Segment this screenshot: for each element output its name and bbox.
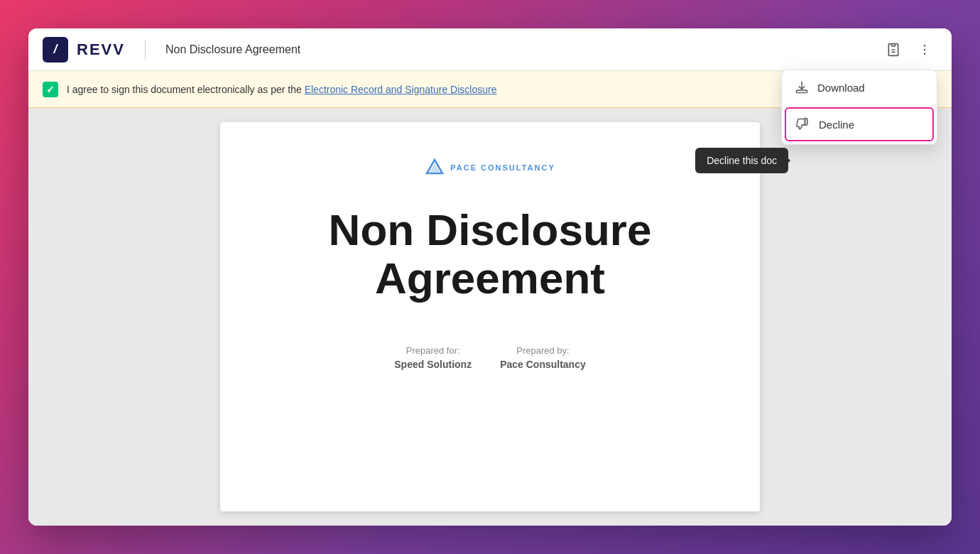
prepared-by-label: Prepared by:	[516, 345, 569, 356]
more-dots-icon	[918, 43, 932, 57]
company-logo-area: PACE CONSULTANCY	[425, 158, 555, 178]
clipboard-icon	[886, 43, 900, 57]
consent-text: I agree to sign this document electronic…	[67, 84, 496, 95]
header-actions	[881, 37, 937, 63]
disclosure-link[interactable]: Electronic Record and Signature Disclosu…	[305, 84, 497, 95]
prepared-for-value: Speed Solutionz	[394, 359, 472, 370]
download-icon	[795, 80, 809, 94]
logo-area: / REVV Non Disclosure Agreement	[43, 37, 300, 63]
header: / REVV Non Disclosure Agreement	[28, 28, 952, 71]
prepared-by-item: Prepared by: Pace Consultancy	[500, 345, 586, 370]
dropdown-menu: Download Decline	[781, 70, 937, 145]
decline-tooltip: Decline this doc	[695, 148, 788, 173]
document-title-header: Non Disclosure Agreement	[165, 43, 300, 56]
pace-logo-icon	[425, 158, 445, 178]
svg-point-3	[924, 44, 926, 45]
revv-logo-icon: /	[43, 37, 68, 63]
download-label: Download	[817, 82, 865, 94]
decline-menu-item[interactable]: Decline	[785, 107, 934, 141]
svg-point-5	[924, 53, 926, 55]
document-meta: Prepared for: Speed Solutionz Prepared b…	[394, 345, 586, 370]
prepared-for-label: Prepared for:	[406, 345, 460, 356]
svg-rect-8	[797, 90, 807, 92]
document-main-title: Non Disclosure Agreement	[329, 206, 652, 303]
company-name: PACE CONSULTANCY	[450, 163, 555, 172]
agree-checkbox[interactable]	[43, 82, 58, 97]
thumbs-down-icon	[796, 117, 810, 131]
more-options-button[interactable]	[912, 37, 937, 63]
prepared-by-value: Pace Consultancy	[500, 359, 586, 370]
revv-logo-text: REVV	[77, 40, 125, 59]
document-area: PACE CONSULTANCY Non Disclosure Agreemen…	[28, 108, 952, 526]
document-page: PACE CONSULTANCY Non Disclosure Agreemen…	[220, 122, 760, 511]
svg-point-4	[924, 48, 926, 50]
clipboard-button[interactable]	[881, 37, 906, 63]
download-menu-item[interactable]: Download	[782, 70, 937, 104]
main-container: / REVV Non Disclosure Agreement	[28, 28, 952, 526]
svg-rect-0	[892, 43, 895, 45]
prepared-for-item: Prepared for: Speed Solutionz	[394, 345, 472, 370]
header-divider	[145, 40, 146, 60]
decline-label: Decline	[819, 119, 854, 131]
